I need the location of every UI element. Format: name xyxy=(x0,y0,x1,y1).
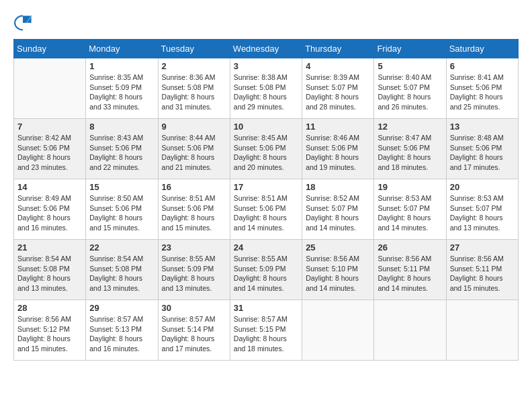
day-info: Sunrise: 8:49 AMSunset: 5:06 PMDaylight:… xyxy=(17,193,82,233)
column-header-thursday: Thursday xyxy=(302,40,374,58)
day-info: Sunrise: 8:57 AMSunset: 5:15 PMDaylight:… xyxy=(234,314,298,354)
day-info: Sunrise: 8:46 AMSunset: 5:06 PMDaylight:… xyxy=(306,133,370,173)
day-number: 8 xyxy=(89,122,154,132)
calendar-cell: 31Sunrise: 8:57 AMSunset: 5:15 PMDayligh… xyxy=(230,300,302,361)
day-info: Sunrise: 8:52 AMSunset: 5:07 PMDaylight:… xyxy=(306,193,370,233)
logo-icon xyxy=(13,13,32,32)
day-info: Sunrise: 8:53 AMSunset: 5:07 PMDaylight:… xyxy=(450,193,515,233)
day-info: Sunrise: 8:47 AMSunset: 5:06 PMDaylight:… xyxy=(378,133,442,173)
day-number: 9 xyxy=(162,122,226,132)
calendar-cell: 6Sunrise: 8:41 AMSunset: 5:06 PMDaylight… xyxy=(446,58,518,119)
day-number: 24 xyxy=(234,242,298,253)
day-number: 19 xyxy=(378,182,442,192)
calendar-cell: 22Sunrise: 8:54 AMSunset: 5:08 PMDayligh… xyxy=(86,240,158,300)
day-number: 31 xyxy=(234,303,298,313)
calendar-week-row: 1Sunrise: 8:35 AMSunset: 5:09 PMDaylight… xyxy=(14,58,519,119)
day-number: 14 xyxy=(17,182,82,192)
calendar-cell xyxy=(302,300,374,361)
day-info: Sunrise: 8:56 AMSunset: 5:12 PMDaylight:… xyxy=(17,314,82,354)
day-number: 13 xyxy=(450,122,515,132)
day-number: 20 xyxy=(450,182,515,192)
calendar-week-row: 7Sunrise: 8:42 AMSunset: 5:06 PMDaylight… xyxy=(14,119,519,179)
day-info: Sunrise: 8:51 AMSunset: 5:06 PMDaylight:… xyxy=(162,193,226,233)
calendar-cell: 30Sunrise: 8:57 AMSunset: 5:14 PMDayligh… xyxy=(158,300,230,361)
day-info: Sunrise: 8:41 AMSunset: 5:06 PMDaylight:… xyxy=(450,73,515,112)
day-number: 27 xyxy=(450,242,515,253)
calendar-cell xyxy=(374,300,446,361)
day-number: 26 xyxy=(378,242,442,253)
day-info: Sunrise: 8:50 AMSunset: 5:06 PMDaylight:… xyxy=(89,193,154,233)
day-number: 1 xyxy=(89,61,154,71)
page-header xyxy=(13,13,519,32)
day-number: 22 xyxy=(89,242,154,253)
day-info: Sunrise: 8:44 AMSunset: 5:06 PMDaylight:… xyxy=(162,133,226,173)
calendar-cell: 26Sunrise: 8:56 AMSunset: 5:11 PMDayligh… xyxy=(374,240,446,300)
day-number: 29 xyxy=(89,303,154,313)
day-info: Sunrise: 8:51 AMSunset: 5:06 PMDaylight:… xyxy=(234,193,298,233)
calendar-cell: 27Sunrise: 8:56 AMSunset: 5:11 PMDayligh… xyxy=(446,240,518,300)
day-info: Sunrise: 8:43 AMSunset: 5:06 PMDaylight:… xyxy=(89,133,154,173)
calendar-cell xyxy=(14,58,86,119)
column-header-saturday: Saturday xyxy=(446,40,518,58)
day-number: 11 xyxy=(306,122,370,132)
column-header-friday: Friday xyxy=(374,40,446,58)
calendar-cell: 3Sunrise: 8:38 AMSunset: 5:08 PMDaylight… xyxy=(230,58,302,119)
column-header-monday: Monday xyxy=(86,40,158,58)
day-number: 6 xyxy=(450,61,515,71)
calendar-cell: 14Sunrise: 8:49 AMSunset: 5:06 PMDayligh… xyxy=(14,179,86,240)
day-info: Sunrise: 8:42 AMSunset: 5:06 PMDaylight:… xyxy=(17,133,82,173)
day-info: Sunrise: 8:45 AMSunset: 5:06 PMDaylight:… xyxy=(234,133,298,173)
calendar-table: SundayMondayTuesdayWednesdayThursdayFrid… xyxy=(13,39,519,361)
day-number: 17 xyxy=(234,182,298,192)
column-header-tuesday: Tuesday xyxy=(158,40,230,58)
calendar-cell: 10Sunrise: 8:45 AMSunset: 5:06 PMDayligh… xyxy=(230,119,302,179)
calendar-cell: 15Sunrise: 8:50 AMSunset: 5:06 PMDayligh… xyxy=(86,179,158,240)
day-info: Sunrise: 8:36 AMSunset: 5:08 PMDaylight:… xyxy=(162,73,226,112)
calendar-cell: 5Sunrise: 8:40 AMSunset: 5:07 PMDaylight… xyxy=(374,58,446,119)
day-number: 12 xyxy=(378,122,442,132)
calendar-cell xyxy=(446,300,518,361)
day-info: Sunrise: 8:56 AMSunset: 5:11 PMDaylight:… xyxy=(450,254,515,293)
calendar-cell: 11Sunrise: 8:46 AMSunset: 5:06 PMDayligh… xyxy=(302,119,374,179)
day-info: Sunrise: 8:35 AMSunset: 5:09 PMDaylight:… xyxy=(89,73,154,112)
calendar-cell: 2Sunrise: 8:36 AMSunset: 5:08 PMDaylight… xyxy=(158,58,230,119)
column-header-wednesday: Wednesday xyxy=(230,40,302,58)
day-info: Sunrise: 8:55 AMSunset: 5:09 PMDaylight:… xyxy=(162,254,226,293)
day-info: Sunrise: 8:56 AMSunset: 5:11 PMDaylight:… xyxy=(378,254,442,293)
day-info: Sunrise: 8:40 AMSunset: 5:07 PMDaylight:… xyxy=(378,73,442,112)
logo xyxy=(13,13,35,32)
day-number: 16 xyxy=(162,182,226,192)
calendar-cell: 21Sunrise: 8:54 AMSunset: 5:08 PMDayligh… xyxy=(14,240,86,300)
day-info: Sunrise: 8:39 AMSunset: 5:07 PMDaylight:… xyxy=(306,73,370,112)
day-number: 25 xyxy=(306,242,370,253)
calendar-cell: 28Sunrise: 8:56 AMSunset: 5:12 PMDayligh… xyxy=(14,300,86,361)
day-info: Sunrise: 8:57 AMSunset: 5:14 PMDaylight:… xyxy=(162,314,226,354)
calendar-cell: 1Sunrise: 8:35 AMSunset: 5:09 PMDaylight… xyxy=(86,58,158,119)
calendar-cell: 29Sunrise: 8:57 AMSunset: 5:13 PMDayligh… xyxy=(86,300,158,361)
calendar-cell: 7Sunrise: 8:42 AMSunset: 5:06 PMDaylight… xyxy=(14,119,86,179)
calendar-cell: 24Sunrise: 8:55 AMSunset: 5:09 PMDayligh… xyxy=(230,240,302,300)
day-info: Sunrise: 8:54 AMSunset: 5:08 PMDaylight:… xyxy=(89,254,154,293)
calendar-cell: 12Sunrise: 8:47 AMSunset: 5:06 PMDayligh… xyxy=(374,119,446,179)
calendar-header-row: SundayMondayTuesdayWednesdayThursdayFrid… xyxy=(14,40,519,58)
day-number: 28 xyxy=(17,303,82,313)
day-number: 23 xyxy=(162,242,226,253)
calendar-cell: 18Sunrise: 8:52 AMSunset: 5:07 PMDayligh… xyxy=(302,179,374,240)
day-number: 3 xyxy=(234,61,298,71)
calendar-cell: 17Sunrise: 8:51 AMSunset: 5:06 PMDayligh… xyxy=(230,179,302,240)
day-number: 30 xyxy=(162,303,226,313)
calendar-week-row: 21Sunrise: 8:54 AMSunset: 5:08 PMDayligh… xyxy=(14,240,519,300)
day-info: Sunrise: 8:38 AMSunset: 5:08 PMDaylight:… xyxy=(234,73,298,112)
calendar-cell: 16Sunrise: 8:51 AMSunset: 5:06 PMDayligh… xyxy=(158,179,230,240)
day-info: Sunrise: 8:48 AMSunset: 5:06 PMDaylight:… xyxy=(450,133,515,173)
day-number: 18 xyxy=(306,182,370,192)
calendar-week-row: 14Sunrise: 8:49 AMSunset: 5:06 PMDayligh… xyxy=(14,179,519,240)
day-number: 7 xyxy=(17,122,82,132)
day-number: 2 xyxy=(162,61,226,71)
day-number: 5 xyxy=(378,61,442,71)
calendar-cell: 20Sunrise: 8:53 AMSunset: 5:07 PMDayligh… xyxy=(446,179,518,240)
calendar-cell: 23Sunrise: 8:55 AMSunset: 5:09 PMDayligh… xyxy=(158,240,230,300)
day-info: Sunrise: 8:54 AMSunset: 5:08 PMDaylight:… xyxy=(17,254,82,293)
day-info: Sunrise: 8:55 AMSunset: 5:09 PMDaylight:… xyxy=(234,254,298,293)
calendar-cell: 13Sunrise: 8:48 AMSunset: 5:06 PMDayligh… xyxy=(446,119,518,179)
